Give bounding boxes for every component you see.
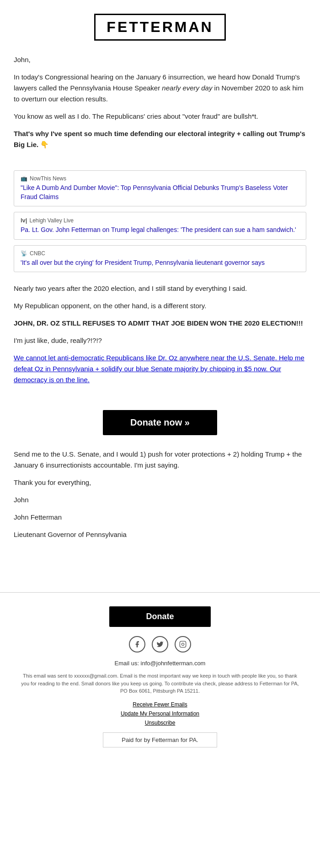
paid-for-text: Paid for by Fetterman for PA. [103,732,217,747]
signature2: John Fetterman [14,512,306,523]
news-source-label-3: CNBC [30,250,45,257]
news-headline-2[interactable]: Pa. Lt. Gov. John Fetterman on Trump leg… [21,226,296,233]
news-source-2: lv| Lehigh Valley Live [21,217,299,224]
news-card-1: 📺 NowThis News "Like A Dumb And Dumber M… [14,170,306,206]
donate-now-wrapper: Donate now » [14,410,306,435]
paragraph3: That's why I've spent so much time defen… [14,128,306,150]
paragraph3-bold: That's why I've spent so much time defen… [14,130,305,148]
donate-now-button[interactable]: Donate now » [103,410,217,435]
news-source-label-1: NowThis News [30,175,66,182]
continued-content: Nearly two years after the 2020 election… [0,279,320,401]
cta-link[interactable]: We cannot let anti-democratic Republican… [14,354,304,384]
news-headline-3[interactable]: 'It's all over but the crying' for Presi… [21,259,265,266]
news-source-3: 📡 CNBC [21,250,299,257]
signature1: John [14,494,306,505]
header: FETTERMAN [0,0,320,50]
signature3: Lieutenant Governor of Pennsylvania [14,529,306,540]
footer: Donate Email us: info@johnfetterman.com … [0,592,320,761]
footer-links: Receive Fewer Emails [9,701,311,708]
paragraph5: My Republican opponent, on the other han… [14,300,306,311]
svg-rect-0 [180,642,186,647]
email-wrapper: FETTERMAN John, In today's Congressional… [0,0,320,761]
footer-links-2: Update My Personal Information [9,710,311,717]
logo-box: FETTERMAN [94,14,225,41]
news-source-icon-2: lv| [21,217,27,224]
paragraph8: Send me to the U.S. Senate, and I would … [14,449,306,471]
paragraph1: In today's Congressional hearing on the … [14,72,306,105]
spacer [0,556,320,592]
news-card-3: 📡 CNBC 'It's all over but the crying' fo… [14,245,306,273]
news-headline-1[interactable]: "Like A Dumb And Dumber Movie": Top Penn… [21,184,288,200]
news-source-icon-3: 📡 [21,250,27,257]
facebook-icon[interactable] [129,636,145,652]
news-card-2: lv| Lehigh Valley Live Pa. Lt. Gov. John… [14,212,306,240]
paragraph2: You know as well as I do. The Republican… [14,111,306,122]
post-donate-content: Send me to the U.S. Senate, and I would … [0,444,320,556]
unsubscribe-link[interactable]: Unsubscribe [9,720,311,726]
cta-text: We cannot let anti-democratic Republican… [14,352,306,385]
twitter-icon[interactable] [152,636,168,652]
paragraph4: Nearly two years after the 2020 election… [14,283,306,294]
instagram-icon[interactable] [175,636,191,652]
logo-text: FETTERMAN [107,19,213,35]
paragraph6: JOHN, DR. OZ STILL REFUSES TO ADMIT THAT… [14,318,306,329]
social-icons [9,636,311,652]
update-personal-info-link[interactable]: Update My Personal Information [121,710,199,717]
news-source-label-2: Lehigh Valley Live [29,217,74,224]
news-cards-wrapper: 📺 NowThis News "Like A Dumb And Dumber M… [14,170,306,272]
main-content: John, In today's Congressional hearing o… [0,50,320,166]
paragraph7: I'm just like, dude, really?!?!? [14,335,306,346]
news-source-icon-1: 📺 [21,175,27,182]
footer-donate-button[interactable]: Donate [109,606,210,627]
news-source-1: 📺 NowThis News [21,175,299,182]
greeting: John, [14,54,306,65]
paragraph6-bold: JOHN, DR. OZ STILL REFUSES TO ADMIT THAT… [14,319,303,327]
paid-for-box: Paid for by Fetterman for PA. [9,732,311,747]
footer-disclaimer: This email was sent to xxxxxx@gmail.com.… [9,672,311,695]
receive-fewer-emails-link[interactable]: Receive Fewer Emails [133,701,187,708]
paragraph9: Thank you for everything, [14,477,306,488]
footer-email: Email us: info@johnfetterman.com [9,660,311,667]
